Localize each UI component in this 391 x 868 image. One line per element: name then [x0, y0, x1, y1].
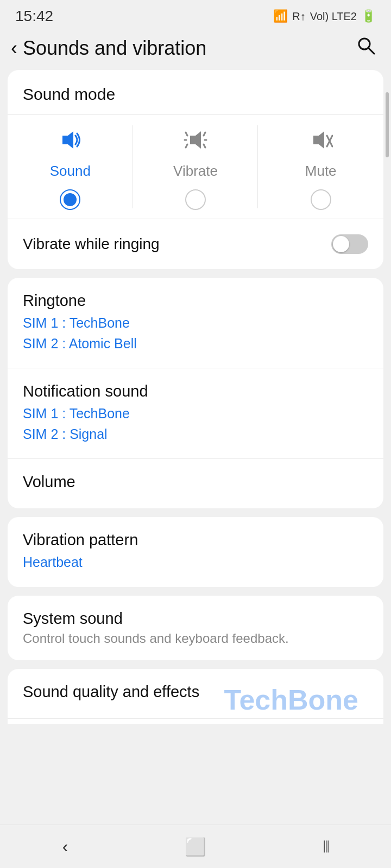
back-button[interactable]: ‹	[11, 39, 17, 58]
sound-quality-card: Sound quality and effects	[8, 669, 383, 724]
mute-label: Mute	[305, 163, 337, 180]
system-sound-row[interactable]: System sound Control touch sounds and ke…	[8, 596, 383, 660]
nav-home-button[interactable]: ⬜	[179, 831, 212, 863]
vibrate-while-ringing-label: Vibrate while ringing	[23, 235, 160, 253]
sound-mode-title: Sound mode	[8, 70, 383, 114]
vibration-pattern-title: Vibration pattern	[23, 531, 368, 549]
vibrate-while-ringing-row: Vibrate while ringing	[8, 219, 383, 269]
notification-sound-row[interactable]: Notification sound SIM 1 : TechBone SIM …	[8, 368, 383, 459]
svg-marker-2	[62, 131, 73, 149]
mute-icon	[309, 128, 333, 157]
system-sound-title: System sound	[23, 610, 368, 628]
svg-marker-3	[190, 131, 201, 149]
nav-recents-button[interactable]: ⦀	[310, 831, 342, 863]
wifi-icon: 📶	[273, 9, 288, 23]
vibrate-icon	[184, 128, 207, 157]
volume-title: Volume	[23, 473, 368, 491]
toggle-knob	[333, 236, 349, 252]
svg-line-6	[204, 132, 205, 136]
notification-sound-title: Notification sound	[23, 382, 368, 400]
status-time: 15:42	[15, 8, 53, 25]
vibrate-while-ringing-toggle[interactable]	[331, 234, 368, 254]
vibration-pattern-row[interactable]: Vibration pattern Heartbeat	[8, 517, 383, 587]
ringtone-card: Ringtone SIM 1 : TechBone SIM 2 : Atomic…	[8, 278, 383, 508]
ringtone-sim1: SIM 1 : TechBone	[23, 313, 368, 334]
sound-icon	[58, 128, 82, 157]
vibration-pattern-value: Heartbeat	[23, 552, 368, 573]
system-sound-card: System sound Control touch sounds and ke…	[8, 596, 383, 660]
sound-option[interactable]: Sound	[8, 115, 133, 219]
status-bar: 15:42 📶 R↑ Vol) LTE2 🔋	[0, 0, 391, 30]
signal-icon: R↑	[292, 10, 305, 23]
svg-line-7	[204, 144, 205, 148]
lte2-icon: Vol) LTE2	[310, 10, 357, 23]
nav-back-button[interactable]: ‹	[49, 831, 81, 863]
sound-mode-card: Sound mode Sound	[8, 70, 383, 269]
sound-quality-row[interactable]: Sound quality and effects	[8, 669, 383, 719]
search-button[interactable]	[356, 36, 376, 60]
battery-icon: 🔋	[361, 9, 376, 23]
header-left: ‹ Sounds and vibration	[11, 37, 206, 60]
volume-row[interactable]: Volume	[8, 459, 383, 508]
mute-radio[interactable]	[311, 189, 331, 210]
sound-radio[interactable]	[60, 189, 80, 210]
ringtone-sim2: SIM 2 : Atomic Bell	[23, 334, 368, 354]
svg-line-4	[186, 132, 187, 136]
sound-label: Sound	[50, 163, 91, 180]
notification-sound-sim1: SIM 1 : TechBone	[23, 404, 368, 424]
svg-marker-10	[313, 131, 324, 149]
vibration-pattern-card: Vibration pattern Heartbeat	[8, 517, 383, 587]
scrollbar[interactable]	[386, 92, 389, 157]
sound-radio-inner	[64, 193, 77, 206]
page-title: Sounds and vibration	[23, 37, 206, 60]
ringtone-row[interactable]: Ringtone SIM 1 : TechBone SIM 2 : Atomic…	[8, 278, 383, 368]
status-icons: 📶 R↑ Vol) LTE2 🔋	[273, 9, 376, 23]
vibrate-label: Vibrate	[173, 163, 218, 180]
svg-line-5	[186, 144, 187, 148]
sound-quality-title: Sound quality and effects	[23, 683, 368, 701]
notification-sound-sim2: SIM 2 : Signal	[23, 424, 368, 445]
vibrate-option[interactable]: Vibrate	[133, 115, 258, 219]
sound-options: Sound Vibrate	[8, 114, 383, 219]
nav-bar: ‹ ⬜ ⦀	[0, 825, 391, 868]
ringtone-title: Ringtone	[23, 292, 368, 310]
svg-line-1	[369, 48, 374, 54]
header: ‹ Sounds and vibration	[0, 30, 391, 70]
system-sound-desc: Control touch sounds and keyboard feedba…	[23, 631, 368, 646]
vibrate-radio[interactable]	[185, 189, 206, 210]
mute-option[interactable]: Mute	[258, 115, 383, 219]
